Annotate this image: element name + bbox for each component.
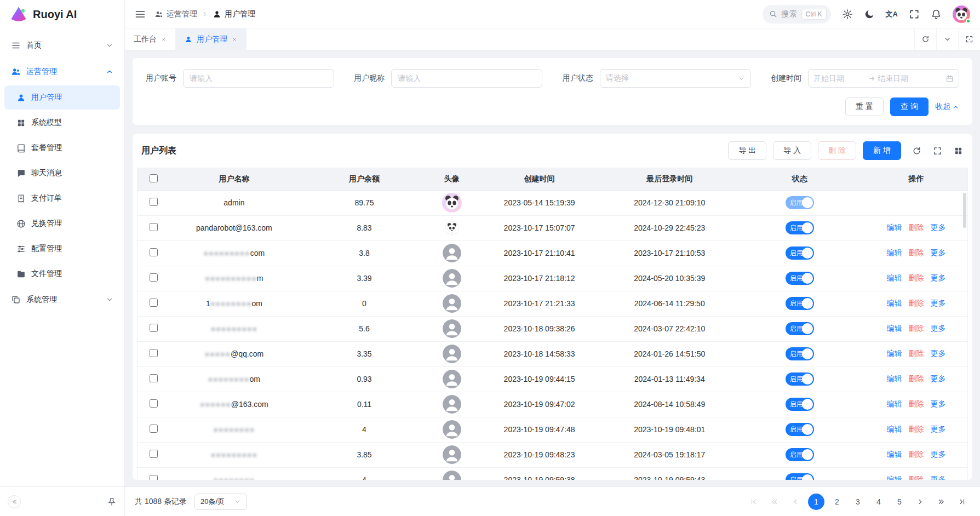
avatar[interactable] [953, 5, 970, 23]
page-button-2[interactable]: 2 [829, 494, 845, 510]
select-all-checkbox[interactable] [150, 174, 158, 182]
page-button-1[interactable]: 1 [808, 494, 824, 510]
row-checkbox[interactable] [150, 198, 158, 206]
more-link[interactable]: 更多 [931, 273, 946, 282]
start-date-input[interactable] [813, 74, 866, 83]
edit-link[interactable]: 编辑 [887, 223, 902, 232]
status-toggle[interactable]: 启用 [786, 423, 814, 436]
delete-link[interactable]: 删除 [909, 299, 924, 307]
status-toggle[interactable]: 启用 [786, 246, 814, 260]
next-5-pages-button[interactable] [933, 494, 949, 510]
delete-button[interactable]: 删 除 [818, 141, 856, 160]
delete-link[interactable]: 删除 [909, 450, 924, 458]
more-link[interactable]: 更多 [931, 374, 946, 383]
status-toggle[interactable]: 启用 [786, 372, 814, 386]
close-icon[interactable] [161, 37, 167, 42]
sidebar-collapse-button[interactable] [8, 495, 21, 508]
row-checkbox[interactable] [150, 374, 158, 382]
status-toggle[interactable]: 启用 [786, 221, 814, 234]
language-translate-icon[interactable]: 文A [886, 9, 898, 20]
last-page-button[interactable] [954, 494, 970, 510]
vertical-scrollbar[interactable] [962, 191, 967, 480]
more-link[interactable]: 更多 [931, 475, 946, 480]
sidebar-item-chat-messages[interactable]: 聊天消息 [4, 161, 120, 185]
delete-link[interactable]: 删除 [909, 248, 924, 257]
page-button-5[interactable]: 5 [891, 494, 908, 510]
edit-link[interactable]: 编辑 [887, 374, 902, 383]
page-button-3[interactable]: 3 [850, 494, 866, 510]
sidebar-item-system[interactable]: 系统管理 [4, 287, 120, 312]
status-toggle[interactable]: 启用 [786, 272, 814, 285]
date-range-input[interactable] [808, 69, 959, 88]
sidebar-item-operations[interactable]: 运营管理 [4, 59, 120, 84]
more-link[interactable]: 更多 [931, 399, 946, 408]
delete-link[interactable]: 删除 [909, 374, 924, 383]
row-checkbox[interactable] [150, 273, 158, 282]
add-button[interactable]: 新 增 [863, 141, 901, 160]
delete-link[interactable]: 删除 [909, 399, 924, 408]
edit-link[interactable]: 编辑 [887, 324, 902, 332]
status-toggle[interactable]: 启用 [786, 322, 814, 335]
breadcrumb-user-management[interactable]: 用户管理 [213, 9, 255, 19]
hamburger-menu-icon[interactable] [135, 9, 146, 20]
breadcrumb-operations[interactable]: 运营管理 [154, 9, 197, 19]
edit-link[interactable]: 编辑 [887, 450, 902, 458]
more-link[interactable]: 更多 [931, 450, 946, 458]
more-link[interactable]: 更多 [931, 425, 946, 433]
reset-button[interactable]: 重 置 [845, 98, 884, 116]
scrollbar-thumb[interactable] [963, 193, 966, 228]
search-input[interactable]: 搜索 Ctrl K [763, 5, 831, 24]
more-link[interactable]: 更多 [931, 324, 946, 332]
export-button[interactable]: 导 出 [728, 141, 766, 160]
status-toggle[interactable]: 启用 [786, 473, 814, 480]
more-link[interactable]: 更多 [931, 248, 946, 257]
delete-link[interactable]: 删除 [909, 223, 924, 232]
next-page-button[interactable] [912, 494, 929, 510]
edit-link[interactable]: 编辑 [887, 399, 902, 408]
page-size-select[interactable]: 20条/页 [194, 494, 247, 510]
more-link[interactable]: 更多 [931, 349, 946, 358]
bell-icon[interactable] [931, 9, 942, 20]
pin-icon[interactable] [107, 497, 117, 507]
gear-icon[interactable] [842, 9, 853, 20]
status-select[interactable]: 请选择 [600, 69, 751, 88]
import-button[interactable]: 导 入 [773, 141, 811, 160]
more-link[interactable]: 更多 [931, 223, 946, 232]
row-checkbox[interactable] [150, 425, 158, 433]
delete-link[interactable]: 删除 [909, 324, 924, 332]
edit-link[interactable]: 编辑 [887, 248, 902, 257]
sidebar-item-exchange[interactable]: 兑换管理 [4, 211, 120, 236]
dark-mode-moon-icon[interactable] [864, 9, 875, 20]
layout-expand-icon[interactable] [958, 28, 980, 50]
refresh-tab-icon[interactable] [914, 28, 936, 50]
delete-link[interactable]: 删除 [909, 425, 924, 433]
row-checkbox[interactable] [150, 299, 158, 307]
edit-link[interactable]: 编辑 [887, 425, 902, 433]
collapse-filter-link[interactable]: 收起 [935, 102, 959, 112]
refresh-icon[interactable] [911, 145, 922, 156]
row-checkbox[interactable] [150, 475, 158, 480]
page-button-4[interactable]: 4 [870, 494, 887, 510]
sidebar-item-payment-orders[interactable]: 支付订单 [4, 186, 120, 210]
sidebar-item-files[interactable]: 文件管理 [4, 262, 120, 286]
column-settings-icon[interactable] [953, 145, 964, 156]
prev-page-button[interactable] [787, 494, 804, 510]
edit-link[interactable]: 编辑 [887, 273, 902, 282]
sidebar-item-users[interactable]: 用户管理 [4, 85, 120, 110]
tab-workbench[interactable]: 工作台 [125, 28, 176, 50]
edit-link[interactable]: 编辑 [887, 299, 902, 307]
prev-5-pages-button[interactable] [766, 494, 783, 510]
nickname-input[interactable] [391, 69, 542, 88]
status-toggle[interactable]: 启用 [786, 448, 814, 461]
status-toggle[interactable]: 启用 [786, 398, 814, 411]
status-toggle[interactable]: 启用 [786, 297, 814, 310]
chevron-down-icon[interactable] [936, 28, 958, 50]
first-page-button[interactable] [746, 494, 762, 510]
row-checkbox[interactable] [150, 223, 158, 231]
fullscreen-icon[interactable] [909, 9, 920, 20]
maximize-icon[interactable] [932, 145, 943, 156]
end-date-input[interactable] [878, 74, 930, 83]
delete-link[interactable]: 删除 [909, 349, 924, 358]
sidebar-item-home[interactable]: 首页 [4, 33, 120, 58]
status-toggle[interactable]: 启用 [786, 347, 814, 360]
